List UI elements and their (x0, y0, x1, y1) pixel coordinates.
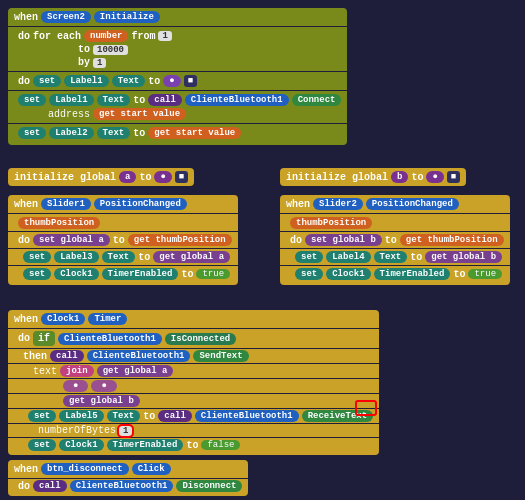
call2-block[interactable]: call (50, 350, 84, 362)
btn-disconnect-block[interactable]: btn_disconnect (41, 463, 129, 475)
call-block[interactable]: call (148, 94, 182, 106)
text6-block[interactable]: Text (107, 410, 141, 422)
val-1c-block[interactable]: 1 (119, 426, 132, 436)
val-1a[interactable]: 1 (158, 31, 171, 41)
screen2-block[interactable]: Screen2 (41, 11, 91, 23)
label2-block[interactable]: Label2 (49, 127, 93, 139)
for-each-label: for each (33, 31, 81, 42)
set-label5-block[interactable]: set (28, 410, 56, 422)
to-thumb2-label: to (385, 235, 397, 246)
label3-block[interactable]: Label3 (54, 251, 98, 263)
call4-block[interactable]: call (33, 480, 67, 492)
set-label3-block[interactable]: set (23, 251, 51, 263)
label1-block[interactable]: Label1 (64, 75, 108, 87)
number-of-bytes-label: numberOfBytes (38, 425, 116, 436)
address-label: address (48, 109, 90, 120)
thumb-pos2-block[interactable]: thumbPosition (290, 217, 372, 229)
true-val-block[interactable]: true (196, 269, 230, 279)
cliente-bt1d-block[interactable]: ClienteBluetooth1 (195, 410, 299, 422)
to-label: to (78, 44, 90, 55)
set-label4-block[interactable]: set (295, 251, 323, 263)
var-b-block[interactable]: b (391, 171, 408, 183)
textb-block[interactable]: Text (97, 94, 131, 106)
clock1d-block[interactable]: Clock1 (59, 439, 103, 451)
then-label: then (23, 351, 47, 362)
true-val2-block[interactable]: true (468, 269, 502, 279)
val-1b[interactable]: 1 (93, 58, 106, 68)
to-label4: to (133, 128, 145, 139)
clock1c-block[interactable]: Clock1 (41, 313, 85, 325)
call3-block[interactable]: call (158, 410, 192, 422)
false-val-block[interactable]: false (201, 440, 240, 450)
set-clock1b-block[interactable]: set (295, 268, 323, 280)
number-block[interactable]: number (84, 30, 128, 42)
init-global-a-label: initialize global (14, 172, 116, 183)
empty2-block[interactable]: ● (91, 380, 116, 392)
initialize-block[interactable]: Initialize (94, 11, 160, 23)
get-global-a-block[interactable]: get global a (153, 251, 230, 263)
label4-block[interactable]: Label4 (326, 251, 370, 263)
var-a-block[interactable]: a (119, 171, 136, 183)
timer-enabled-block[interactable]: TimerEnabled (102, 268, 179, 280)
get-global-a2-block[interactable]: get global a (97, 365, 174, 377)
slider1-block[interactable]: Slider1 (41, 198, 91, 210)
to-label3: to (133, 95, 145, 106)
text2-block[interactable]: Text (97, 127, 131, 139)
label1b-block[interactable]: Label1 (49, 94, 93, 106)
send-text-block[interactable]: SendText (193, 350, 248, 362)
set-global-a-block[interactable]: set global a (33, 234, 110, 246)
click-block[interactable]: Click (132, 463, 171, 475)
to-thumb-label: to (113, 235, 125, 246)
when-label: when (14, 12, 38, 23)
cliente-bt1c-block[interactable]: ClienteBluetooth1 (87, 350, 191, 362)
timer-enabled3-block[interactable]: TimerEnabled (107, 439, 184, 451)
highlight-box (355, 400, 377, 416)
do-label: do (18, 31, 30, 42)
when-btn-label: when (14, 464, 38, 475)
to-b-label: to (411, 172, 423, 183)
when-slider1-label: when (14, 199, 38, 210)
cliente-bt1-block[interactable]: ClienteBluetooth1 (185, 94, 289, 106)
join-block[interactable]: join (60, 365, 94, 377)
to-a-label: to (139, 172, 151, 183)
if-block[interactable]: if (33, 331, 55, 346)
to8-label: to (453, 269, 465, 280)
from-label: from (131, 31, 155, 42)
set-clock1-block[interactable]: set (23, 268, 51, 280)
get-global-b-block[interactable]: get global b (425, 251, 502, 263)
to10-label: to (186, 440, 198, 451)
get-thumb-block[interactable]: get thumbPosition (128, 234, 232, 246)
when-clock1-label: when (14, 314, 38, 325)
clock1b-block[interactable]: Clock1 (326, 268, 370, 280)
text-block[interactable]: Text (112, 75, 146, 87)
val-10000[interactable]: 10000 (93, 45, 128, 55)
text3-block[interactable]: Text (102, 251, 136, 263)
get-start2-block[interactable]: get start value (148, 127, 241, 139)
get-thumb2-block[interactable]: get thumbPosition (400, 234, 504, 246)
timer-block[interactable]: Timer (88, 313, 127, 325)
set-clock1c-block[interactable]: set (28, 439, 56, 451)
is-connected-block[interactable]: IsConnected (165, 333, 236, 345)
set-label2-block[interactable]: set (18, 127, 46, 139)
clock1-block[interactable]: Clock1 (54, 268, 98, 280)
cliente-bt1b-block[interactable]: ClienteBluetooth1 (58, 333, 162, 345)
to-label2: to (148, 76, 160, 87)
thumb-pos-block[interactable]: thumbPosition (18, 217, 100, 229)
do3-label: do (18, 481, 30, 492)
set-block[interactable]: set (33, 75, 61, 87)
get-global-b2-block[interactable]: get global b (63, 395, 140, 407)
set-block2[interactable]: set (18, 94, 46, 106)
timer-enabled2-block[interactable]: TimerEnabled (374, 268, 451, 280)
connect-block[interactable]: Connect (292, 94, 342, 106)
cliente-bt1e-block[interactable]: ClienteBluetooth1 (70, 480, 174, 492)
disconnect-block[interactable]: Disconnect (176, 480, 242, 492)
pos-changed-block[interactable]: PositionChanged (94, 198, 187, 210)
slider2-block[interactable]: Slider2 (313, 198, 363, 210)
label5-block[interactable]: Label5 (59, 410, 103, 422)
get-start-block[interactable]: get start value (93, 108, 186, 120)
pos-changed2-block[interactable]: PositionChanged (366, 198, 459, 210)
text4-block[interactable]: Text (374, 251, 408, 263)
set-global-b-block[interactable]: set global b (305, 234, 382, 246)
empty1-block[interactable]: ● (63, 380, 88, 392)
to9-label: to (143, 411, 155, 422)
